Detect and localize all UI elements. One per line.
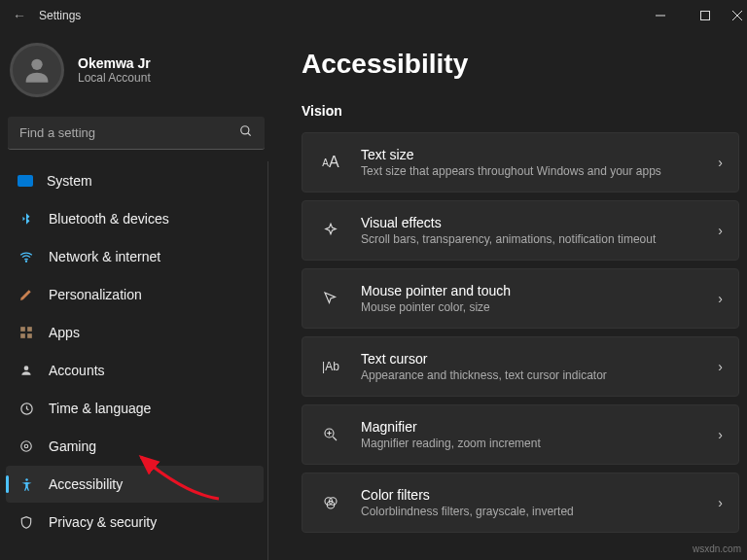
card-title: Text cursor — [361, 351, 718, 367]
svg-point-4 — [31, 59, 42, 70]
nav-accessibility[interactable]: Accessibility — [6, 466, 264, 503]
search-icon — [239, 124, 253, 141]
main-content: Accessibility Vision AA Text size Text s… — [272, 31, 747, 560]
svg-point-14 — [21, 441, 32, 452]
card-color-filters[interactable]: Color filters Colorblindness filters, gr… — [302, 472, 739, 533]
cursor-icon — [318, 290, 343, 307]
svg-point-16 — [25, 478, 28, 481]
nav-apps[interactable]: Apps — [6, 314, 264, 351]
svg-rect-9 — [27, 327, 32, 332]
svg-point-12 — [24, 366, 29, 370]
svg-line-6 — [248, 133, 251, 136]
search-input[interactable] — [19, 125, 239, 140]
profile-block[interactable]: Okemwa Jr Local Account — [4, 31, 268, 117]
card-sub: Colorblindness filters, grayscale, inver… — [361, 505, 718, 518]
accounts-icon — [18, 362, 35, 379]
svg-rect-8 — [20, 327, 25, 332]
nav-time[interactable]: Time & language — [6, 390, 264, 427]
nav-bluetooth[interactable]: Bluetooth & devices — [6, 200, 264, 237]
card-sub: Appearance and thickness, text cursor in… — [361, 368, 718, 382]
card-visual-effects[interactable]: Visual effects Scroll bars, transparency… — [302, 200, 739, 261]
nav-label: System — [47, 173, 92, 189]
svg-point-15 — [24, 444, 28, 448]
gaming-icon — [18, 438, 35, 455]
card-sub: Scroll bars, transparency, animations, n… — [361, 232, 718, 246]
nav-gaming[interactable]: Gaming — [6, 428, 264, 465]
nav-system[interactable]: System — [6, 162, 264, 199]
textcursor-icon: |Ab — [318, 360, 343, 373]
card-magnifier[interactable]: Magnifier Magnifier reading, zoom increm… — [302, 404, 739, 465]
bluetooth-icon — [18, 210, 35, 228]
maximize-button[interactable] — [683, 0, 728, 31]
avatar — [10, 43, 64, 97]
minimize-button[interactable] — [638, 0, 683, 31]
svg-line-18 — [333, 437, 337, 440]
card-sub: Mouse pointer color, size — [361, 300, 718, 314]
clock-icon — [18, 400, 35, 417]
sidebar: Okemwa Jr Local Account System Bluetooth… — [0, 31, 272, 560]
card-mouse-pointer[interactable]: Mouse pointer and touch Mouse pointer co… — [302, 268, 739, 329]
nav-personalization[interactable]: Personalization — [6, 276, 264, 313]
apps-icon — [18, 324, 35, 341]
chevron-right-icon: › — [718, 495, 723, 510]
nav-privacy[interactable]: Privacy & security — [6, 504, 264, 541]
nav-label: Gaming — [49, 438, 96, 454]
nav-label: Time & language — [49, 401, 151, 416]
sparkle-icon — [318, 222, 343, 239]
system-icon — [18, 175, 33, 187]
textsize-icon: AA — [318, 154, 343, 171]
profile-sub: Local Account — [78, 71, 151, 85]
chevron-right-icon: › — [718, 291, 723, 306]
nav-label: Network & internet — [49, 249, 160, 264]
svg-rect-10 — [20, 333, 25, 338]
nav-label: Accounts — [49, 363, 105, 378]
nav-label: Privacy & security — [49, 514, 157, 530]
chevron-right-icon: › — [718, 223, 723, 238]
chevron-right-icon: › — [718, 359, 723, 374]
search-box[interactable] — [8, 117, 265, 150]
nav-label: Apps — [49, 325, 80, 340]
svg-rect-1 — [701, 12, 710, 20]
nav-network[interactable]: Network & internet — [6, 238, 264, 275]
card-title: Mouse pointer and touch — [361, 283, 718, 298]
card-title: Visual effects — [361, 215, 718, 230]
svg-point-5 — [241, 126, 249, 134]
nav-label: Accessibility — [49, 476, 123, 492]
shield-icon — [18, 513, 35, 531]
window-title: Settings — [39, 9, 81, 22]
svg-point-7 — [25, 261, 26, 262]
nav-list: System Bluetooth & devices Network & int… — [4, 161, 268, 560]
card-title: Color filters — [361, 487, 718, 503]
card-text-size[interactable]: AA Text size Text size that appears thro… — [302, 132, 739, 192]
close-button[interactable] — [728, 0, 747, 31]
card-sub: Magnifier reading, zoom increment — [361, 437, 718, 450]
page-title: Accessibility — [302, 49, 739, 80]
chevron-right-icon: › — [718, 427, 723, 442]
nav-label: Bluetooth & devices — [49, 211, 169, 227]
nav-accounts[interactable]: Accounts — [6, 352, 264, 389]
card-title: Magnifier — [361, 419, 718, 435]
watermark: wsxdn.com — [693, 543, 741, 554]
back-button[interactable]: ← — [0, 8, 39, 23]
card-sub: Text size that appears throughout Window… — [361, 164, 718, 178]
card-text-cursor[interactable]: |Ab Text cursor Appearance and thickness… — [302, 336, 739, 397]
svg-rect-11 — [27, 333, 32, 338]
brush-icon — [18, 286, 35, 303]
magnifier-icon — [318, 426, 343, 443]
card-title: Text size — [361, 147, 718, 162]
nav-label: Personalization — [49, 287, 142, 302]
wifi-icon — [18, 248, 35, 265]
accessibility-icon — [18, 475, 35, 493]
colorfilter-icon — [318, 494, 343, 511]
chevron-right-icon: › — [718, 155, 723, 170]
profile-name: Okemwa Jr — [78, 55, 151, 71]
section-vision: Vision — [302, 103, 739, 119]
